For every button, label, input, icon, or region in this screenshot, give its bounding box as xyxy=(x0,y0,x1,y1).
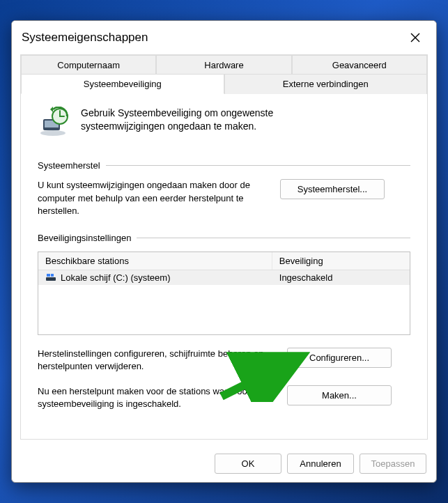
drive-cell-name: Lokale schijf (C:) (systeem) xyxy=(38,270,272,285)
svg-rect-8 xyxy=(47,274,50,277)
drive-row[interactable]: Lokale schijf (C:) (systeem) Ingeschakel… xyxy=(38,270,410,285)
titlebar: Systeemeigenschappen xyxy=(12,21,436,54)
svg-point-2 xyxy=(40,130,65,136)
drive-status: Ingeschakeld xyxy=(272,270,410,285)
settings-legend-label: Beveiligingsinstellingen xyxy=(38,233,131,243)
configure-row: Herstelinstellingen configureren, schijf… xyxy=(38,348,410,373)
system-restore-button[interactable]: Systeemherstel... xyxy=(280,179,385,199)
restore-legend-label: Systeemherstel xyxy=(38,160,100,171)
tab-advanced[interactable]: Geavanceerd xyxy=(292,55,427,75)
tab-body: Gebruik Systeembeveiliging om ongewenste… xyxy=(21,94,427,431)
restore-fieldset: Systeemherstel U kunt systeemwijzigingen… xyxy=(38,160,410,217)
ok-button[interactable]: OK xyxy=(215,454,281,474)
configure-button[interactable]: Configureren... xyxy=(287,348,392,368)
settings-legend: Beveiligingsinstellingen xyxy=(38,233,410,243)
cancel-button[interactable]: Annuleren xyxy=(287,454,354,474)
window-title: Systeemeigenschappen xyxy=(22,31,148,45)
tabs-frame: Computernaam Hardware Geavanceerd Systee… xyxy=(20,54,428,439)
drive-icon xyxy=(45,272,56,282)
intro-row: Gebruik Systeembeveiliging om ongewenste… xyxy=(38,107,410,139)
restore-text: U kunt systeemwijzigingen ongedaan maken… xyxy=(38,179,268,217)
settings-fieldset: Beveiligingsinstellingen Beschikbare sta… xyxy=(38,233,410,411)
tab-hardware[interactable]: Hardware xyxy=(156,55,291,75)
legend-line xyxy=(106,165,410,166)
tab-row-top: Computernaam Hardware Geavanceerd xyxy=(21,55,427,75)
configure-button-wrap: Configureren... xyxy=(287,348,392,368)
tab-system-protection[interactable]: Systeembeveiliging xyxy=(21,74,224,94)
tab-row-bottom: Systeembeveiliging Externe verbindingen xyxy=(21,74,427,94)
drives-table: Beschikbare stations Beveiliging xyxy=(38,252,410,335)
system-protection-icon xyxy=(38,107,71,139)
system-properties-window: Systeemeigenschappen Computernaam Hardwa… xyxy=(11,20,437,482)
col-header-stations[interactable]: Beschikbare stations xyxy=(38,252,272,270)
configure-text: Herstelinstellingen configureren, schijf… xyxy=(38,348,275,373)
col-header-protection[interactable]: Beveiliging xyxy=(272,252,410,270)
restore-legend: Systeemherstel xyxy=(38,160,410,171)
close-button[interactable] xyxy=(404,28,426,47)
svg-rect-7 xyxy=(46,277,56,281)
drives-header: Beschikbare stations Beveiliging xyxy=(38,252,410,270)
tab-computer-name[interactable]: Computernaam xyxy=(21,55,156,75)
svg-rect-9 xyxy=(51,274,54,277)
create-row: Nu een herstelpunt maken voor de station… xyxy=(38,385,410,410)
intro-text: Gebruik Systeembeveiliging om ongewenste… xyxy=(81,107,332,133)
drives-body: Lokale schijf (C:) (systeem) Ingeschakel… xyxy=(38,270,410,334)
restore-row: U kunt systeemwijzigingen ongedaan maken… xyxy=(38,179,410,217)
tab-remote[interactable]: Externe verbindingen xyxy=(224,74,428,94)
dialog-button-row: OK Annuleren Toepassen xyxy=(12,447,436,482)
drive-name: Lokale schijf (C:) (systeem) xyxy=(61,272,170,283)
apply-button[interactable]: Toepassen xyxy=(360,454,426,474)
create-text: Nu een herstelpunt maken voor de station… xyxy=(38,385,275,410)
create-button[interactable]: Maken... xyxy=(287,385,392,405)
close-icon xyxy=(410,33,420,42)
svg-marker-6 xyxy=(50,107,53,112)
legend-line xyxy=(137,238,410,238)
content-outer: Computernaam Hardware Geavanceerd Systee… xyxy=(12,54,436,446)
